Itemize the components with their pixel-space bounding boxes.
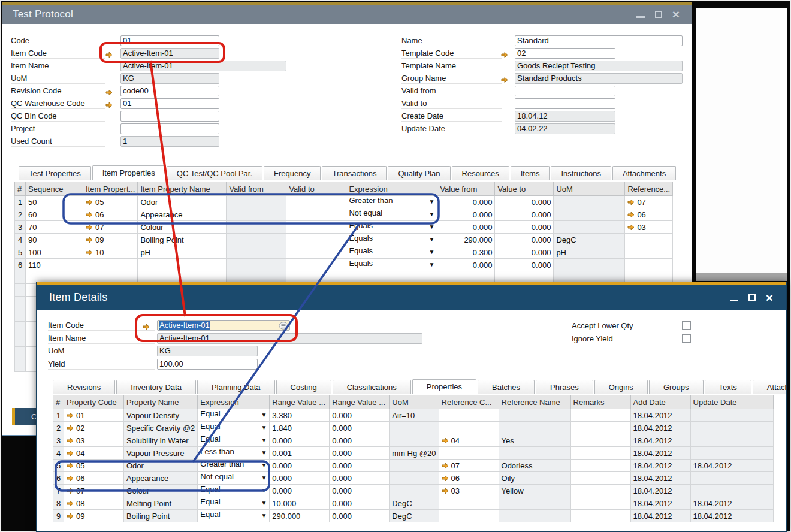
cell-rv2[interactable]: 0.000 [330, 422, 390, 434]
dropdown-arrow-icon[interactable]: ▼ [428, 221, 434, 233]
dropdown-arrow-icon[interactable]: ▼ [261, 497, 267, 509]
dropdown-arrow-icon[interactable]: ▼ [428, 196, 434, 208]
cell-expr[interactable]: Equal▼ [198, 510, 270, 522]
link-arrow-icon[interactable] [501, 77, 508, 83]
dropdown-arrow-icon[interactable]: ▼ [261, 460, 267, 471]
cell-remarks[interactable] [570, 460, 630, 472]
link-arrow-icon[interactable] [67, 425, 74, 431]
cell-vfrom[interactable]: 0.000 [437, 259, 495, 271]
minimize-icon[interactable] [636, 16, 645, 18]
link-arrow-icon[interactable] [501, 52, 508, 58]
cell-remarks[interactable] [570, 510, 630, 522]
cell-vto[interactable]: 0.000 [495, 246, 554, 259]
dropdown-arrow-icon[interactable]: ▼ [261, 434, 267, 446]
template-name-field[interactable]: Goods Reciept Testing [515, 61, 683, 71]
title-bar[interactable]: Test Protocol × [2, 5, 692, 24]
dropdown-arrow-icon[interactable]: ▼ [261, 472, 267, 484]
cell-rv1[interactable]: 290.000 [270, 510, 330, 522]
cell-ref[interactable]: 07 [625, 196, 673, 208]
maximize-icon[interactable] [748, 294, 756, 301]
tab-items[interactable]: Items [511, 166, 550, 180]
cell-refc[interactable] [439, 409, 499, 422]
cell-ref[interactable]: 03 [625, 221, 673, 234]
tab-revisions[interactable]: Revisions [53, 380, 115, 394]
tab-origins[interactable]: Origins [594, 380, 648, 394]
cell-refc[interactable] [439, 422, 499, 434]
dropdown-arrow-icon[interactable]: ▼ [261, 409, 267, 421]
tab-frequency[interactable]: Frequency [264, 166, 321, 180]
cell-expr[interactable]: Equals▼ [346, 259, 437, 271]
link-arrow-icon[interactable] [442, 488, 449, 494]
cell-remarks[interactable] [570, 409, 630, 422]
tab-batches[interactable]: Batches [478, 380, 535, 394]
link-arrow-icon[interactable] [67, 412, 74, 419]
link-arrow[interactable] [501, 75, 508, 86]
tab-inventory-data[interactable]: Inventory Data [116, 380, 196, 394]
cell-code[interactable]: 02 [64, 422, 124, 434]
cell-rv2[interactable]: 0.000 [330, 472, 390, 485]
link-arrow-icon[interactable] [442, 463, 449, 469]
cell-refc[interactable]: 07 [439, 460, 499, 472]
tab-attachments[interactable]: Attachments [612, 166, 676, 180]
cell-vfrom[interactable]: 0.300 [437, 246, 495, 259]
uom-field[interactable]: KG [157, 346, 258, 356]
cell-vfrom[interactable]: 0.000 [437, 196, 495, 208]
link-arrow-icon[interactable] [627, 211, 635, 218]
cell-vto[interactable]: 0.000 [495, 208, 554, 221]
cell-code[interactable]: 06 [64, 472, 124, 485]
link-arrow-icon[interactable] [442, 475, 449, 482]
cell-name[interactable] [138, 259, 227, 271]
tab-properties[interactable]: Properties [412, 379, 476, 394]
dropdown-arrow-icon[interactable]: ▼ [261, 422, 267, 434]
tab-transactions[interactable]: Transactions [322, 166, 387, 180]
link-arrow-icon[interactable] [86, 199, 93, 205]
cell-remarks[interactable] [570, 434, 630, 447]
cell-vto[interactable]: 0.000 [495, 196, 554, 208]
link-arrow-icon[interactable] [67, 475, 74, 482]
valid-to-field[interactable] [515, 98, 615, 109]
cell-rv1[interactable]: 0.000 [270, 460, 330, 472]
tab-resources[interactable]: Resources [452, 166, 509, 180]
cell-code[interactable]: 05 [64, 460, 124, 472]
cell-expr[interactable]: Equal▼ [198, 497, 270, 510]
cell-refc[interactable] [439, 497, 499, 510]
cell-vfrom[interactable]: 0.000 [437, 221, 495, 234]
tab-attachments[interactable]: Attachments [753, 380, 787, 394]
link-arrow[interactable] [501, 50, 508, 61]
link-arrow-icon[interactable] [67, 500, 74, 507]
valid-from-field[interactable] [515, 86, 615, 96]
dropdown-arrow-icon[interactable]: ▼ [428, 246, 434, 258]
cell-rv1[interactable]: 0.001 [270, 447, 330, 460]
cell-vto[interactable]: 0.000 [495, 234, 554, 246]
cell-expr[interactable]: Equal▼ [198, 434, 270, 447]
cell-rv2[interactable]: 0.000 [330, 409, 390, 422]
cell-prop[interactable]: 05 [83, 196, 138, 208]
cell-rv2[interactable]: 0.000 [330, 485, 390, 497]
cell-rv2[interactable]: 0.000 [330, 434, 390, 447]
tab-quality-plan[interactable]: Quality Plan [388, 166, 450, 180]
cell-seq[interactable]: 90 [26, 234, 83, 246]
cell-expr[interactable]: Less than▼ [198, 447, 270, 460]
cell-vfrom[interactable]: 290.000 [437, 234, 495, 246]
cell-code[interactable]: 03 [64, 434, 124, 447]
link-arrow-icon[interactable] [86, 237, 93, 243]
cell-ref[interactable]: 06 [625, 208, 673, 221]
dropdown-arrow-icon[interactable]: ▼ [428, 259, 434, 271]
tab-planning-data[interactable]: Planning Data [197, 380, 275, 394]
cell-expr[interactable]: Equals▼ [346, 221, 437, 234]
update-date-field[interactable]: 04.02.22 [515, 123, 615, 134]
link-arrow-icon[interactable] [86, 224, 93, 231]
cell-prop[interactable] [83, 259, 138, 271]
cell-seq[interactable]: 110 [26, 259, 83, 271]
cell-rv2[interactable]: 0.000 [330, 497, 390, 510]
group-name-field[interactable]: Standard Products [515, 73, 683, 84]
cell-code[interactable]: 01 [64, 409, 124, 422]
cell-code[interactable]: 09 [64, 510, 124, 522]
cell-prop[interactable]: 06 [83, 208, 138, 221]
cell-ref[interactable] [625, 259, 673, 271]
link-arrow-icon[interactable] [86, 249, 93, 256]
cell-refc[interactable] [439, 447, 499, 460]
yield-field[interactable]: 100.00 [157, 359, 258, 370]
cell-name[interactable]: Appearance [138, 208, 227, 221]
cell-rv2[interactable]: 0.000 [330, 510, 390, 522]
